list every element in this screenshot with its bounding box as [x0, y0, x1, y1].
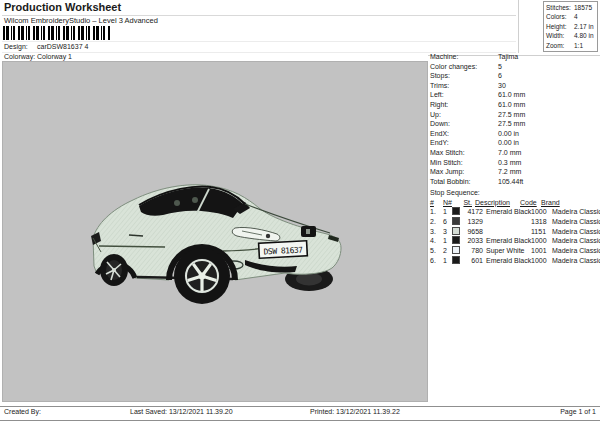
- thread-swatch: [452, 217, 460, 225]
- summary-value: 2.17 in: [574, 23, 594, 30]
- cell-brand: Madeira Classic 40: [552, 247, 600, 254]
- cell-n: 1: [443, 256, 452, 266]
- door-handle: [129, 235, 143, 236]
- summary-label: Zoom:: [546, 41, 574, 50]
- info-label: Min Stitch:: [430, 158, 498, 168]
- seat-headrest: [174, 200, 180, 206]
- design-label: Design:: [4, 43, 37, 50]
- info-value: 105.44ft: [498, 178, 523, 185]
- info-value: 7.2 mm: [498, 168, 521, 175]
- headlight-bulb: [266, 234, 270, 238]
- stop-row: 3.396581151Madeira Classic 40: [430, 227, 600, 237]
- grille-emblem: [306, 229, 310, 234]
- cell-n: 6: [443, 217, 452, 227]
- info-label: Stops:: [430, 71, 498, 81]
- summary-value: 1:1: [574, 42, 583, 49]
- summary-row: Zoom:1:1: [546, 41, 597, 50]
- header-vertical-divider: [518, 0, 519, 53]
- cell-st: 780: [463, 246, 483, 256]
- cell-n: 1: [443, 207, 452, 217]
- stop-sequence-title: Stop Sequence:: [430, 188, 600, 198]
- info-label: Machine:: [430, 52, 498, 62]
- cell-brand: Madeira Classic 40: [552, 208, 600, 215]
- thread-swatch: [452, 236, 460, 244]
- design-value: carDSW81637 4: [37, 43, 88, 50]
- cell-st: 4172: [463, 207, 483, 217]
- machine-info-panel: Machine:Tajima Color changes:5 Stops:6 T…: [430, 52, 600, 186]
- info-label: EndX:: [430, 129, 498, 139]
- app-subtitle: Wilcom EmbroideryStudio – Level 3 Advanc…: [4, 16, 158, 25]
- last-saved: Last Saved: 13/12/2021 11.39.20: [130, 408, 233, 415]
- info-label: Color changes:: [430, 62, 498, 72]
- info-value: 0.3 mm: [498, 159, 521, 166]
- cell-num: 3.: [430, 227, 443, 237]
- thread-swatch: [452, 207, 460, 215]
- page-number: Page 1 of 1: [560, 408, 596, 415]
- design-barcode: [3, 26, 111, 40]
- summary-label: Colors:: [546, 12, 574, 21]
- stop-sequence-panel: Stop Sequence: #N#St.DescriptionCodeBran…: [430, 188, 600, 265]
- colorway-value: Colorway 1: [37, 53, 72, 60]
- info-row: Color changes:5: [430, 62, 600, 72]
- cell-code: 1318: [531, 217, 552, 227]
- summary-row: Height:2.17 in: [546, 22, 597, 31]
- cell-brand: Madeira Classic 40: [552, 228, 600, 235]
- summary-row: Colors:4: [546, 12, 597, 21]
- colorway-row: Colorway:Colorway 1: [4, 53, 72, 60]
- cell-num: 5.: [430, 246, 443, 256]
- page-title: Production Worksheet: [4, 1, 121, 13]
- cell-description: Emerald Black: [486, 236, 531, 246]
- info-label: EndY:: [430, 138, 498, 148]
- info-label: Max Stitch:: [430, 148, 498, 158]
- summary-value: 4.80 in: [574, 32, 594, 39]
- col-n: N#: [443, 198, 452, 208]
- info-value: 5: [498, 63, 502, 70]
- printed: Printed: 13/12/2021 11.39.22: [310, 408, 400, 415]
- info-row: EndX:0.00 in: [430, 129, 600, 139]
- footer-bottom-rule: [0, 420, 600, 421]
- info-row: Right:61.0 mm: [430, 100, 600, 110]
- info-value: 7.0 mm: [498, 149, 521, 156]
- cell-st: 1329: [463, 217, 483, 227]
- design-row: Design:carDSW81637 4: [4, 43, 88, 50]
- cell-st: 9658: [463, 227, 483, 237]
- thread-swatch: [452, 256, 460, 264]
- info-label: Trims:: [430, 81, 498, 91]
- summary-value: 18575: [574, 4, 592, 11]
- thread-swatch: [452, 227, 460, 235]
- info-value: 61.0 mm: [498, 91, 525, 98]
- design-preview-canvas: DSW 81637: [2, 61, 428, 402]
- col-description: Description: [475, 198, 520, 208]
- cell-n: 1: [443, 236, 452, 246]
- summary-label: Stitches:: [546, 3, 574, 12]
- front-wheel: [174, 248, 230, 304]
- info-label: Max Jump:: [430, 167, 498, 177]
- cell-num: 6.: [430, 256, 443, 266]
- cell-st: 601: [463, 256, 483, 266]
- col-code: Code: [520, 198, 541, 208]
- cell-description: Super White: [486, 246, 531, 256]
- info-row: Up:27.5 mm: [430, 110, 600, 120]
- summary-row: Stitches:18575: [546, 3, 597, 12]
- info-row: Machine:Tajima: [430, 52, 600, 62]
- info-value: 6: [498, 72, 502, 79]
- stop-row: 6.1601Emerald Black1000Madeira Classic 4…: [430, 256, 600, 266]
- created-by: Created By:: [4, 408, 41, 415]
- info-row: EndY:0.00 in: [430, 138, 600, 148]
- production-worksheet-page: Production Worksheet Wilcom EmbroiderySt…: [0, 0, 600, 424]
- cell-description: Emerald Black: [486, 207, 531, 217]
- info-label: Down:: [430, 119, 498, 129]
- cell-code: 1000: [531, 256, 552, 266]
- colorway-label: Colorway:: [4, 53, 37, 60]
- info-label: Left:: [430, 90, 498, 100]
- summary-value: 4: [574, 13, 578, 20]
- cell-code: 1000: [531, 236, 552, 246]
- cell-n: 2: [443, 246, 452, 256]
- cell-description: Emerald Black: [486, 256, 531, 266]
- info-label: Total Bobbin:: [430, 177, 498, 187]
- info-row: Down:27.5 mm: [430, 119, 600, 129]
- embroidery-car-design: DSW 81637: [87, 176, 349, 308]
- info-row: Trims:30: [430, 81, 600, 91]
- cell-brand: Madeira Classic 40: [552, 257, 600, 264]
- info-value: Tajima: [498, 53, 518, 60]
